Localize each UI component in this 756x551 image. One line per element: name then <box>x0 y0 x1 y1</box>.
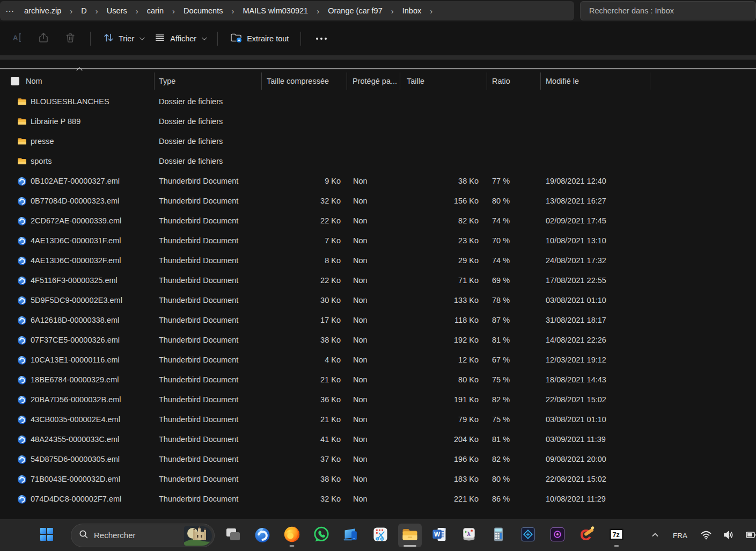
ccleaner-button[interactable]: C <box>575 524 599 547</box>
file-name: 48A24355-0000033C.eml <box>31 435 119 444</box>
premiere-elements-button[interactable] <box>546 524 569 547</box>
share-button[interactable] <box>30 27 57 49</box>
item-protected: Non <box>347 375 400 384</box>
search-highlight-image[interactable] <box>184 526 212 546</box>
breadcrumb-item[interactable]: archive.zip <box>20 3 65 18</box>
table-row-file[interactable]: 07F37CE5-00000326.eml Thunderbird Docume… <box>0 330 756 350</box>
calculator-button[interactable] <box>487 524 510 547</box>
table-row-file[interactable]: 43CB0035-000002E4.eml Thunderbird Docume… <box>0 409 756 429</box>
table-row-file[interactable]: 2CD672AE-00000339.eml Thunderbird Docume… <box>0 211 756 230</box>
select-all-checkbox[interactable] <box>11 77 19 85</box>
table-row-file[interactable]: 0B102AE7-00000327.eml Thunderbird Docume… <box>0 171 756 191</box>
table-row-file[interactable]: 074D4DC8-000002F7.eml Thunderbird Docume… <box>0 489 756 509</box>
item-type: Thunderbird Document <box>155 336 262 344</box>
folder-icon <box>17 96 27 107</box>
delete-button[interactable] <box>57 27 84 49</box>
item-modified: 10/08/2021 11:29 <box>541 495 650 503</box>
see-more-button[interactable] <box>307 32 335 45</box>
item-ratio: 75 % <box>487 375 541 384</box>
breadcrumb-item[interactable]: MAILS wlm030921 <box>238 3 312 18</box>
breadcrumb-item[interactable]: Documents <box>179 3 227 18</box>
folder-name: presse <box>31 137 54 146</box>
column-header-ratio[interactable]: Ratio <box>487 73 541 90</box>
table-row-file[interactable]: 48A24355-0000033C.eml Thunderbird Docume… <box>0 429 756 449</box>
table-row-folder[interactable]: sports Dossier de fichiers <box>0 151 756 171</box>
breadcrumb-item[interactable]: Users <box>102 3 131 18</box>
explorer-search-box[interactable]: Rechercher dans : Inbox <box>580 1 756 20</box>
thunderbird-file-icon <box>17 354 27 365</box>
breadcrumb-item[interactable]: Orange (car f97 <box>324 3 387 18</box>
taskbar-search-label: Rechercher <box>94 531 136 540</box>
breadcrumb-item-current[interactable]: Inbox <box>398 3 425 18</box>
toolbar-divider <box>90 32 91 46</box>
file-explorer-window: ⋯ archive.zip › D › Users › carin › Docu… <box>0 0 756 551</box>
item-size: 191 Ko <box>400 395 487 404</box>
start-button[interactable] <box>35 524 58 547</box>
thunderbird-file-icon <box>17 295 27 306</box>
firefox-button[interactable] <box>280 524 304 547</box>
rename-button[interactable]: A <box>3 27 30 49</box>
column-header-modified[interactable]: Modifié le <box>541 73 650 90</box>
photoshop-elements-button[interactable] <box>516 524 540 547</box>
pane-focus-line <box>0 68 756 69</box>
photoshop-elements-icon <box>519 526 537 545</box>
table-row-file[interactable]: 5D9F5DC9-000002E3.eml Thunderbird Docume… <box>0 290 756 310</box>
wifi-button[interactable] <box>697 526 715 545</box>
phone-link-button[interactable] <box>339 524 363 547</box>
table-row-file[interactable]: 54D875D6-00000305.eml Thunderbird Docume… <box>0 449 756 469</box>
svg-text:λ: λ <box>467 531 471 537</box>
speaker-icon <box>723 530 735 542</box>
table-row-folder[interactable]: presse Dossier de fichiers <box>0 131 756 151</box>
language-indicator[interactable]: FRA <box>667 528 693 543</box>
column-header-protected[interactable]: Protégé pa... <box>347 73 400 90</box>
breadcrumb-item[interactable]: carin <box>143 3 168 18</box>
battery-button[interactable] <box>742 526 756 545</box>
item-size: 204 Ko <box>400 435 487 444</box>
thunderbird-button[interactable] <box>251 524 274 547</box>
file-name: 4F5116F3-00000325.eml <box>31 276 118 285</box>
thunderbird-file-icon <box>17 195 27 206</box>
breadcrumb-overflow-button[interactable]: ⋯ <box>4 6 20 16</box>
table-row-file[interactable]: 71B0043E-0000032D.eml Thunderbird Docume… <box>0 469 756 489</box>
word-icon: W <box>431 526 448 545</box>
column-header-name[interactable]: Nom <box>0 73 155 90</box>
file-name: 4AE13D6C-0000031F.eml <box>31 236 121 245</box>
whatsapp-button[interactable] <box>310 524 333 547</box>
item-modified: 22/08/2021 15:02 <box>541 475 650 483</box>
column-header-type[interactable]: Type <box>155 73 262 90</box>
task-view-button[interactable] <box>221 524 245 547</box>
snipping-tool-button[interactable] <box>369 524 392 547</box>
table-row-file[interactable]: 18BE6784-00000329.eml Thunderbird Docume… <box>0 369 756 389</box>
table-row-file[interactable]: 0B77084D-00000323.eml Thunderbird Docume… <box>0 191 756 211</box>
item-ratio: 87 % <box>487 316 541 324</box>
table-row-file[interactable]: 10CA13E1-00000116.eml Thunderbird Docume… <box>0 350 756 369</box>
table-row-file[interactable]: 20BA7D56-0000032B.eml Thunderbird Docume… <box>0 389 756 409</box>
item-modified: 19/08/2021 12:40 <box>541 177 650 185</box>
column-header-compressed[interactable]: Taille compressée <box>262 73 347 90</box>
seven-zip-button[interactable]: 7z <box>605 524 628 547</box>
volume-button[interactable] <box>720 526 738 545</box>
item-modified: 24/08/2021 17:32 <box>541 256 650 265</box>
tray-overflow-button[interactable] <box>647 527 663 545</box>
item-compressed: 38 Ko <box>262 336 347 344</box>
table-row-folder[interactable]: BLOUSESBLANCHES Dossier de fichiers <box>0 91 756 111</box>
table-row-file[interactable]: 4AE13D6C-0000031F.eml Thunderbird Docume… <box>0 230 756 250</box>
word-button[interactable]: W <box>428 524 451 547</box>
extract-all-button[interactable]: Extraire tout <box>224 27 294 50</box>
file-explorer-button[interactable] <box>398 524 422 547</box>
table-row-file[interactable]: 4AE13D6C-0000032F.eml Thunderbird Docume… <box>0 250 756 270</box>
item-protected: Non <box>347 197 400 205</box>
table-row-file[interactable]: 6A12618D-00000338.eml Thunderbird Docume… <box>0 310 756 330</box>
breadcrumb-item[interactable]: D <box>77 3 91 18</box>
keycap-app-button[interactable]: λ <box>457 524 481 547</box>
table-row-folder[interactable]: Librairie P 889 Dossier de fichiers <box>0 111 756 131</box>
file-name: 54D875D6-00000305.eml <box>31 455 120 463</box>
view-label: Afficher <box>170 34 196 43</box>
column-header-size[interactable]: Taille <box>400 73 487 90</box>
view-button[interactable]: Afficher <box>149 27 211 49</box>
sort-button[interactable]: Trier <box>97 27 149 49</box>
file-name: 10CA13E1-00000116.eml <box>31 356 120 364</box>
taskbar-search-box[interactable]: Rechercher <box>71 524 215 547</box>
table-row-file[interactable]: 4F5116F3-00000325.eml Thunderbird Docume… <box>0 270 756 290</box>
folder-icon <box>17 136 27 147</box>
